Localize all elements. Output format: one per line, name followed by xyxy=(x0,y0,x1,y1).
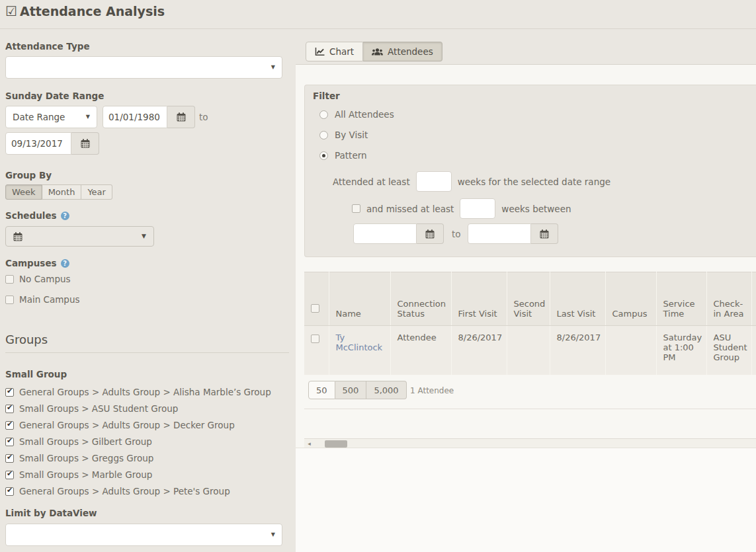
filter-all-attendees-radio[interactable]: All Attendees xyxy=(319,109,394,120)
campus-main-campus-checkbox[interactable]: Main Campus xyxy=(5,294,80,305)
page-size-5000-button[interactable]: 5,000 xyxy=(366,381,406,399)
caret-down-icon: ▼ xyxy=(271,532,275,537)
column-header-second-visit[interactable]: Second Visit xyxy=(507,272,550,326)
end-date-calendar-button[interactable] xyxy=(71,132,99,155)
campuses-label: Campuses xyxy=(5,258,69,268)
group-checkbox[interactable]: General Groups > Adults Group > Pete's G… xyxy=(5,486,230,496)
table-row[interactable]: Ty McClintock Attendee 8/26/2017 8/26/20… xyxy=(304,326,756,375)
cell-second-visit xyxy=(507,326,550,375)
group-checkbox[interactable]: Small Groups > ASU Student Group xyxy=(5,403,178,414)
row-checkbox[interactable] xyxy=(311,335,319,343)
column-header-connection-status[interactable]: Connection Status xyxy=(390,272,451,326)
page-size-500-button[interactable]: 500 xyxy=(335,381,367,399)
between-end-date-input[interactable] xyxy=(468,223,531,244)
groups-section-header: Groups xyxy=(5,333,48,346)
group-checkbox[interactable]: Small Groups > Marble Group xyxy=(5,469,152,480)
column-header-name[interactable]: Name xyxy=(329,272,390,326)
caret-down-icon: ▼ xyxy=(86,114,90,120)
cell-service-time: Saturday at 1:00 PM xyxy=(656,326,706,375)
filter-well: Filter All Attendees By Visit Pattern At… xyxy=(304,85,756,257)
group-label: General Groups > Adults Group > Alisha M… xyxy=(19,387,271,397)
checkbox-icon xyxy=(5,438,14,446)
checkbox-icon xyxy=(5,388,14,397)
column-header-service-time[interactable]: Service Time xyxy=(656,272,706,326)
calendar-icon xyxy=(540,229,549,239)
attendance-type-select[interactable]: ▼ xyxy=(5,56,282,79)
horizontal-scrollbar[interactable]: ◂ xyxy=(304,438,756,448)
column-header-last-visit[interactable]: Last Visit xyxy=(550,272,605,326)
group-by-month-button[interactable]: Month xyxy=(42,184,82,200)
cell-name: Ty McClintock xyxy=(329,326,390,375)
column-header-checkin-area[interactable]: Check-in Area xyxy=(706,272,751,326)
check-square-icon: ☑ xyxy=(5,5,17,18)
column-header-clipped xyxy=(751,272,756,326)
tab-chart[interactable]: Chart xyxy=(306,42,363,61)
column-header-first-visit[interactable]: First Visit xyxy=(451,272,507,326)
tab-label: Attendees xyxy=(388,46,433,57)
cell-last-visit: 8/26/2017 xyxy=(550,326,605,375)
date-range-to-label: to xyxy=(199,112,208,122)
page-title: ☑ Attendance Analysis xyxy=(5,4,165,19)
line-chart-icon xyxy=(315,48,325,56)
dataview-select[interactable]: ▼ xyxy=(5,524,282,546)
limit-by-dataview-label: Limit by DataView xyxy=(5,508,97,518)
schedules-picker[interactable]: ▼ xyxy=(5,226,154,247)
missed-checkbox[interactable] xyxy=(352,204,360,213)
attended-suffix-label: weeks for the selected date range xyxy=(458,177,610,187)
scrollbar-thumb[interactable] xyxy=(325,440,347,448)
group-by-label: Group By xyxy=(5,170,52,180)
missed-at-least-label: and missed at least xyxy=(366,204,454,214)
date-range-type-select[interactable]: Date Range ▼ xyxy=(5,106,97,128)
campuses-label-text: Campuses xyxy=(5,258,57,268)
person-link[interactable]: Ty McClintock xyxy=(336,333,383,352)
group-checkbox[interactable]: Small Groups > Gilbert Group xyxy=(5,436,152,447)
campus-no-campus-checkbox[interactable]: No Campus xyxy=(5,274,71,284)
select-all-checkbox[interactable] xyxy=(311,304,319,313)
group-by-year-button[interactable]: Year xyxy=(81,184,112,200)
page-size-buttons: 50 500 5,000 xyxy=(308,381,407,399)
attendees-grid: Name Connection Status First Visit Secon… xyxy=(304,272,756,375)
group-checkbox[interactable]: Small Groups > Greggs Group xyxy=(5,453,153,463)
checkbox-icon xyxy=(5,275,14,284)
group-label: Small Groups > ASU Student Group xyxy=(19,403,178,414)
checkbox-label: Main Campus xyxy=(19,294,80,305)
cell-campus xyxy=(605,326,656,375)
group-label: Small Groups > Greggs Group xyxy=(19,453,153,463)
caret-down-icon: ▼ xyxy=(142,233,146,239)
missed-weeks-input[interactable] xyxy=(460,198,495,219)
users-icon xyxy=(372,48,383,56)
help-icon[interactable] xyxy=(61,212,69,220)
page-size-50-button[interactable]: 50 xyxy=(308,381,335,399)
radio-icon xyxy=(319,131,328,139)
page-title-text: Attendance Analysis xyxy=(20,4,165,19)
radio-label: All Attendees xyxy=(335,109,394,120)
calendar-icon xyxy=(13,232,22,241)
start-date-input[interactable] xyxy=(103,106,167,128)
calendar-icon xyxy=(81,139,90,148)
between-end-calendar-button[interactable] xyxy=(531,223,558,244)
between-start-calendar-button[interactable] xyxy=(417,223,444,244)
view-toggle-tabs: Chart Attendees xyxy=(306,42,442,61)
end-date-input[interactable] xyxy=(5,132,71,155)
group-checkbox[interactable]: General Groups > Adults Group > Alisha M… xyxy=(5,387,271,397)
tab-attendees[interactable]: Attendees xyxy=(363,42,442,61)
column-header-campus[interactable]: Campus xyxy=(605,272,656,326)
attended-weeks-input[interactable] xyxy=(416,171,452,192)
scroll-left-arrow-icon[interactable]: ◂ xyxy=(305,439,314,448)
cell-first-visit: 8/26/2017 xyxy=(451,326,507,375)
pattern-between-row: to xyxy=(353,223,558,244)
group-checkbox[interactable]: General Groups > Adults Group > Decker G… xyxy=(5,420,235,430)
page-background-area xyxy=(296,448,756,552)
group-label: Small Groups > Gilbert Group xyxy=(19,436,152,447)
radio-label: Pattern xyxy=(335,150,367,161)
between-start-date-input[interactable] xyxy=(353,223,417,244)
filter-pattern-radio[interactable]: Pattern xyxy=(319,150,367,161)
filter-by-visit-radio[interactable]: By Visit xyxy=(319,130,368,140)
start-date-calendar-button[interactable] xyxy=(167,106,195,128)
group-by-week-button[interactable]: Week xyxy=(5,184,42,200)
missed-suffix-label: weeks between xyxy=(501,204,571,214)
group-label: General Groups > Adults Group > Decker G… xyxy=(19,420,235,430)
radio-icon xyxy=(319,151,328,160)
help-icon[interactable] xyxy=(61,259,69,268)
cell-checkin-area: ASU Student Group xyxy=(706,326,751,375)
